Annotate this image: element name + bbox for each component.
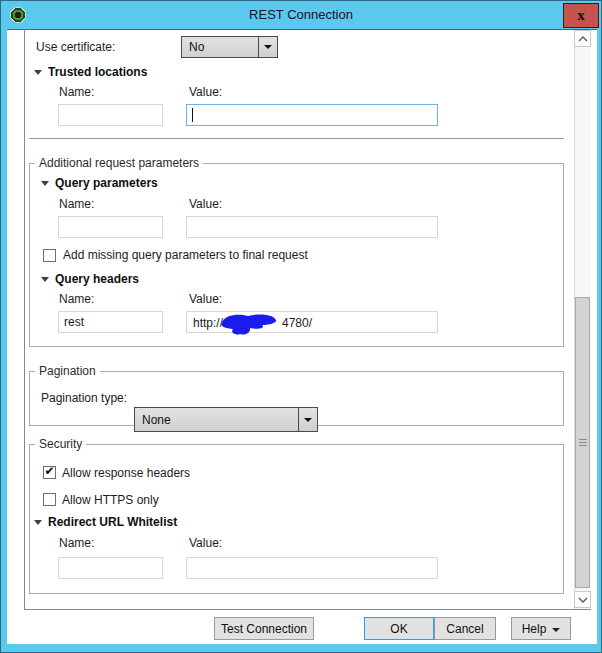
close-icon: x	[577, 7, 585, 24]
text-caret	[192, 108, 193, 122]
help-button[interactable]: Help	[511, 617, 571, 640]
test-connection-label: Test Connection	[221, 622, 307, 636]
use-certificate-dropdown[interactable]: No	[181, 36, 278, 58]
trusted-locations-header: Trusted locations	[48, 65, 147, 79]
dropdown-arrow-icon	[264, 45, 272, 49]
close-button[interactable]: x	[563, 3, 599, 28]
allow-https-only-checkbox[interactable]	[43, 493, 56, 506]
redirect-value-input[interactable]	[186, 557, 438, 579]
dropdown-arrow-icon	[304, 418, 312, 422]
scroll-up-button[interactable]	[574, 30, 591, 47]
collapse-triangle-icon	[34, 70, 42, 75]
redaction-scribble-icon	[218, 311, 280, 339]
test-connection-button[interactable]: Test Connection	[214, 617, 314, 640]
query-header-name-label: Name:	[59, 292, 94, 306]
scroll-up-icon	[578, 36, 588, 42]
query-parameters-header: Query parameters	[55, 176, 158, 190]
pagination-type-label: Pagination type:	[41, 391, 127, 405]
help-dropdown-icon	[552, 628, 560, 632]
trusted-name-label: Name:	[59, 85, 94, 99]
dropdown-arrow-button[interactable]	[258, 37, 277, 57]
scroll-grip-icon	[579, 439, 587, 440]
group-divider	[29, 138, 564, 139]
allow-response-headers-label[interactable]: Allow response headers	[62, 466, 190, 480]
query-param-name-input[interactable]	[58, 216, 163, 238]
group-legend: Additional request parameters	[35, 156, 203, 171]
scroll-down-button[interactable]	[574, 591, 591, 608]
query-headers-header: Query headers	[55, 272, 139, 286]
cancel-button[interactable]: Cancel	[434, 617, 496, 640]
section-trusted-locations[interactable]: Trusted locations	[34, 65, 147, 79]
group-legend: Pagination	[35, 364, 100, 379]
section-query-parameters[interactable]: Query parameters	[41, 176, 158, 190]
trusted-name-input[interactable]	[58, 104, 163, 126]
trusted-value-input[interactable]	[186, 104, 438, 126]
group-legend: Security	[35, 437, 86, 452]
trusted-value-label: Value:	[189, 85, 222, 99]
add-missing-checkbox[interactable]	[43, 249, 56, 262]
query-header-value-label: Value:	[189, 292, 222, 306]
scroll-thumb[interactable]	[575, 297, 590, 588]
section-redirect-url-whitelist[interactable]: Redirect URL Whitelist	[34, 515, 177, 529]
collapse-triangle-icon	[41, 277, 49, 282]
collapse-triangle-icon	[34, 520, 42, 525]
dropdown-arrow-button[interactable]	[298, 408, 317, 431]
ok-button[interactable]: OK	[364, 617, 434, 640]
use-certificate-label: Use certificate:	[36, 40, 115, 54]
query-param-value-label: Value:	[189, 197, 222, 211]
section-query-headers[interactable]: Query headers	[41, 272, 139, 286]
redirect-value-label: Value:	[189, 536, 222, 550]
add-missing-checkbox-label[interactable]: Add missing query parameters to final re…	[63, 248, 308, 262]
query-param-name-label: Name:	[59, 197, 94, 211]
use-certificate-value: No	[182, 40, 204, 54]
redirect-name-input[interactable]	[58, 557, 163, 579]
query-header-name-input[interactable]	[58, 311, 163, 333]
redirect-name-label: Name:	[59, 536, 94, 550]
allow-response-headers-checkbox[interactable]: ✔	[43, 466, 56, 479]
redirect-url-whitelist-header: Redirect URL Whitelist	[48, 515, 177, 529]
pagination-type-dropdown[interactable]: None	[134, 407, 318, 432]
window-title: REST Connection	[1, 7, 601, 22]
ok-label: OK	[390, 622, 407, 636]
scroll-grip-icon	[579, 445, 587, 446]
help-label: Help	[522, 622, 547, 636]
query-header-value-field[interactable]: http:// 4780/	[186, 311, 438, 333]
scroll-grip-icon	[579, 442, 587, 443]
pagination-type-value: None	[135, 413, 171, 427]
collapse-triangle-icon	[41, 181, 49, 186]
cancel-label: Cancel	[446, 622, 483, 636]
query-param-value-input[interactable]	[186, 216, 438, 238]
rest-connection-dialog: REST Connection x Use certificate: No Tr…	[0, 0, 602, 653]
scroll-down-icon	[578, 597, 588, 603]
url-suffix-text: 4780/	[282, 316, 312, 330]
allow-https-only-label[interactable]: Allow HTTPS only	[62, 493, 159, 507]
checkmark-icon: ✔	[44, 466, 54, 477]
